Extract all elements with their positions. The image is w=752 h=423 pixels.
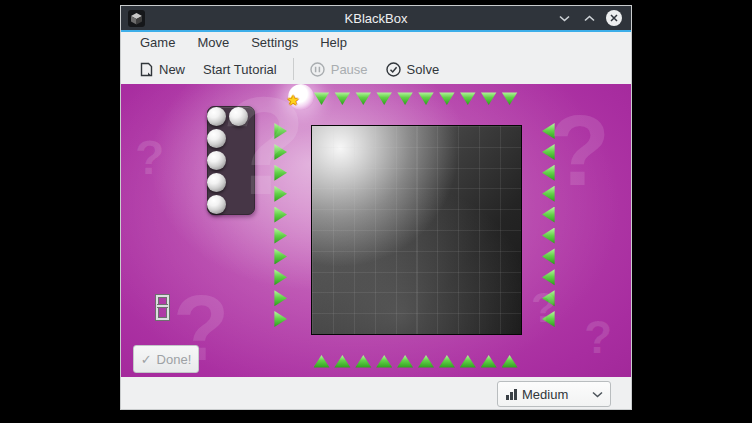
laser-arrow-down[interactable]	[334, 92, 350, 105]
close-button[interactable]	[606, 10, 622, 26]
question-mark-watermark: ?	[584, 314, 612, 360]
laser-arrow-up[interactable]	[355, 355, 371, 368]
pause-circle-icon	[310, 62, 325, 77]
pause-button-label: Pause	[331, 62, 368, 77]
window-title: KBlackBox	[121, 11, 631, 26]
difficulty-value: Medium	[522, 387, 568, 402]
laser-arrow-right[interactable]	[274, 269, 287, 285]
laser-arrow-down[interactable]	[418, 92, 434, 105]
window-controls	[556, 10, 622, 26]
laser-arrow-down[interactable]	[376, 92, 392, 105]
chevron-down-icon	[592, 391, 603, 398]
start-tutorial-button[interactable]: Start Tutorial	[194, 56, 286, 82]
laser-arrow-left[interactable]	[542, 269, 555, 285]
menu-move[interactable]: Move	[186, 32, 240, 54]
laser-arrow-up[interactable]	[481, 355, 497, 368]
laser-arrow-left[interactable]	[542, 228, 555, 244]
new-document-icon	[140, 62, 153, 77]
laser-arrow-up[interactable]	[334, 355, 350, 368]
solve-button-label: Solve	[407, 62, 440, 77]
toolbar-separator	[293, 58, 294, 80]
laser-arrow-up[interactable]	[418, 355, 434, 368]
laser-arrow-down[interactable]	[502, 92, 518, 105]
question-mark-watermark: ?	[135, 134, 164, 182]
tool-bar: New Start Tutorial Pause Solve	[121, 54, 631, 84]
game-board-area: ★ ✓ Done! ??????	[121, 84, 631, 377]
title-bar[interactable]: KBlackBox	[121, 6, 631, 30]
laser-arrow-down[interactable]	[314, 92, 330, 105]
laser-arrow-up[interactable]	[314, 355, 330, 368]
laser-arrow-up[interactable]	[376, 355, 392, 368]
laser-arrow-right[interactable]	[274, 311, 287, 327]
question-mark-watermark: ?	[549, 100, 610, 200]
laser-arrow-right[interactable]	[274, 248, 287, 264]
solve-button[interactable]: Solve	[377, 56, 449, 82]
start-tutorial-label: Start Tutorial	[203, 62, 277, 77]
laser-arrow-left[interactable]	[542, 207, 555, 223]
laser-arrow-down[interactable]	[397, 92, 413, 105]
app-icon	[128, 10, 145, 27]
laser-arrow-left[interactable]	[542, 248, 555, 264]
laser-arrow-up[interactable]	[397, 355, 413, 368]
menu-help[interactable]: Help	[309, 32, 358, 54]
laser-arrow-down[interactable]	[481, 92, 497, 105]
laser-arrow-down[interactable]	[439, 92, 455, 105]
question-mark-watermark: ?	[531, 287, 557, 329]
difficulty-select[interactable]: Medium	[497, 381, 611, 407]
desktop-background: { "window": { "title": "KBlackBox" }, "i…	[0, 0, 752, 423]
menu-bar: Game Move Settings Help	[121, 32, 631, 54]
black-box-grid[interactable]	[311, 125, 522, 335]
status-bar: Medium	[121, 377, 631, 409]
laser-arrow-right[interactable]	[274, 290, 287, 306]
laser-arrow-up[interactable]	[439, 355, 455, 368]
laser-arrow-down[interactable]	[355, 92, 371, 105]
new-button[interactable]: New	[131, 56, 194, 82]
signal-bars-icon	[506, 389, 517, 400]
check-icon: ✓	[141, 352, 152, 367]
question-mark-watermark: ?	[173, 282, 229, 374]
check-circle-icon	[386, 62, 401, 77]
question-mark-watermark: ?	[221, 84, 307, 216]
new-button-label: New	[159, 62, 185, 77]
minimize-button[interactable]	[556, 10, 572, 26]
maximize-button[interactable]	[581, 10, 597, 26]
menu-game[interactable]: Game	[129, 32, 186, 54]
laser-arrow-up[interactable]	[460, 355, 476, 368]
laser-arrow-right[interactable]	[274, 228, 287, 244]
menu-settings[interactable]: Settings	[240, 32, 309, 54]
pause-button[interactable]: Pause	[301, 56, 377, 82]
laser-arrow-down[interactable]	[460, 92, 476, 105]
empty-ball-slot	[156, 295, 169, 320]
kblackbox-window: KBlackBox Game Move Settings Help	[120, 5, 632, 410]
laser-arrow-up[interactable]	[502, 355, 518, 368]
